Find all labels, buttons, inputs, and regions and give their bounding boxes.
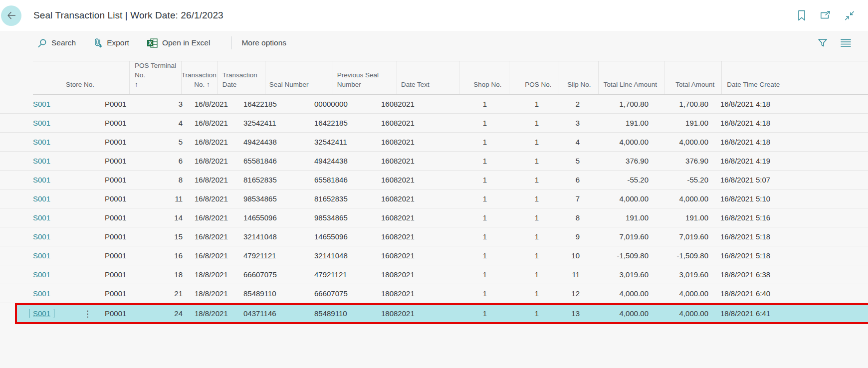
cell-store-no: S001	[0, 138, 100, 146]
store-no-link[interactable]: S001	[33, 251, 50, 260]
cell-slip-no: 6	[546, 176, 587, 184]
store-no-link[interactable]: S001	[33, 176, 50, 184]
cell-transaction-no: 18	[154, 270, 190, 279]
cell-slip-no: 12	[546, 289, 587, 298]
cell-store-no: S001	[0, 119, 100, 127]
export-button[interactable]: Export	[94, 38, 129, 48]
store-no-link[interactable]: S001	[33, 289, 50, 298]
cell-pos-terminal-no: P0001	[100, 194, 154, 203]
cell-store-no: S001	[0, 157, 100, 165]
list-view-icon[interactable]	[840, 37, 851, 48]
open-in-new-window-icon[interactable]	[820, 10, 831, 21]
cell-transaction-no: 5	[154, 138, 190, 146]
column-header-slip-no[interactable]: Slip No.	[559, 61, 599, 94]
store-no-link[interactable]: S001	[33, 138, 50, 146]
back-arrow-icon	[6, 10, 17, 21]
column-header-transaction-no[interactable]: Transaction No. ↑	[182, 61, 217, 94]
open-in-excel-button[interactable]: X Open in Excel	[147, 38, 211, 48]
cell-seal-number: 66607075	[239, 270, 310, 279]
row-context-menu-icon[interactable]: ⋮	[83, 309, 92, 318]
cell-total-amount: -55.20	[655, 176, 715, 184]
store-no-link[interactable]: S001	[33, 270, 50, 279]
cell-slip-no: 8	[546, 213, 587, 222]
cell-pos-terminal-no: P0001	[100, 119, 154, 127]
cell-store-no: S001	[0, 270, 100, 279]
cell-total-line-amount: 4,000.00	[587, 289, 655, 298]
cell-pos-no: 1	[494, 138, 546, 146]
cell-date-text: 18082021	[377, 289, 442, 298]
column-header-previous-seal-number[interactable]: Previous Seal Number	[333, 61, 397, 94]
cell-slip-no: 4	[546, 138, 587, 146]
store-no-link[interactable]: S001	[33, 100, 50, 108]
cell-pos-no: 1	[494, 289, 546, 298]
table-row[interactable]: S001P00011116/8/202198534865816528351608…	[0, 189, 868, 208]
cell-date-text: 16082021	[377, 194, 442, 203]
seal-transaction-list-page: Seal Transaction List | Work Date: 26/1/…	[0, 0, 868, 368]
filter-icon[interactable]	[817, 37, 828, 48]
column-header-pos-terminal-no[interactable]: POS Terminal No.↑	[130, 61, 182, 94]
back-button[interactable]	[1, 5, 21, 26]
table-row[interactable]: S001P00011616/8/202147921121321410481608…	[0, 246, 868, 265]
cell-seal-number: 16422185	[239, 100, 310, 108]
cell-date-text: 16082021	[377, 232, 442, 241]
store-no-link[interactable]: S001	[29, 309, 54, 318]
store-no-link[interactable]: S001	[33, 119, 50, 127]
column-header-seal-number[interactable]: Seal Number	[265, 61, 333, 94]
cell-total-line-amount: 191.00	[587, 119, 655, 127]
cell-transaction-date: 16/8/2021	[190, 251, 239, 260]
cell-previous-seal-number: 00000000	[310, 100, 377, 108]
store-no-link[interactable]: S001	[33, 194, 50, 203]
column-header-transaction-date[interactable]: Transaction Date	[217, 61, 265, 94]
collapse-icon[interactable]	[844, 10, 855, 21]
cell-store-no: S001	[0, 289, 100, 298]
table-row[interactable]: S001P0001616/8/2021655818464942443816082…	[0, 152, 868, 171]
table-row[interactable]: S001P0001416/8/2021325424111642218516082…	[0, 114, 868, 133]
table-row[interactable]: S001P0001316/8/2021164221850000000016082…	[0, 95, 868, 114]
cell-transaction-date: 18/8/2021	[190, 289, 239, 298]
toolbar-separator	[231, 36, 231, 49]
table-row[interactable]: S001P0001516/8/2021494244383254241116082…	[0, 133, 868, 152]
search-button[interactable]: Search	[37, 38, 76, 48]
cell-total-line-amount: -1,509.80	[587, 251, 655, 260]
cell-shop-no: 1	[442, 157, 494, 165]
column-header-pos-no[interactable]: POS No.	[509, 61, 559, 94]
cell-total-amount: 191.00	[655, 119, 715, 127]
export-label: Export	[107, 38, 129, 47]
cell-previous-seal-number: 32141048	[310, 251, 377, 260]
cell-total-line-amount: 4,000.00	[587, 138, 655, 146]
column-header-date-text[interactable]: Date Text	[397, 61, 459, 94]
store-no-link[interactable]: S001	[33, 157, 50, 165]
cell-pos-terminal-no: P0001	[100, 270, 154, 279]
cell-slip-no: 11	[546, 270, 587, 279]
table-row[interactable]: S001P00011416/8/202114655096985348651608…	[0, 208, 868, 227]
cell-seal-number: 47921121	[239, 251, 310, 260]
table-row[interactable]: S001P0001816/8/2021816528356558184616082…	[0, 171, 868, 189]
store-no-link[interactable]: S001	[33, 213, 50, 222]
column-header-store-no[interactable]: Store No.	[33, 61, 130, 94]
cell-total-line-amount: 1,700.80	[587, 100, 655, 108]
column-header-total-line-amount[interactable]: Total Line Amount	[599, 61, 664, 94]
excel-icon: X	[147, 38, 158, 48]
column-header-shop-no[interactable]: Shop No.	[459, 61, 509, 94]
cell-date-time-create: 16/8/2021 5:07	[715, 176, 868, 184]
bookmark-icon[interactable]	[796, 10, 807, 21]
cell-transaction-no: 4	[154, 119, 190, 127]
cell-shop-no: 1	[442, 176, 494, 184]
cell-pos-no: 1	[494, 157, 546, 165]
cell-previous-seal-number: 81652835	[310, 194, 377, 203]
cell-shop-no: 1	[442, 100, 494, 108]
table-header-row: Store No.POS Terminal No.↑Transaction No…	[33, 61, 868, 95]
cell-pos-no: 1	[494, 213, 546, 222]
table-row[interactable]: S001P00011516/8/202132141048146550961608…	[0, 227, 868, 246]
column-header-total-amount[interactable]: Total Amount	[664, 61, 722, 94]
cell-pos-no: 1	[494, 194, 546, 203]
cell-slip-no: 13	[546, 309, 587, 318]
store-no-link[interactable]: S001	[33, 232, 50, 241]
table-row[interactable]: S001⋮P00012418/8/20210437114685489110180…	[0, 303, 868, 324]
table-row[interactable]: S001P00012118/8/202185489110666070751808…	[0, 284, 868, 303]
more-options-button[interactable]: More options	[241, 38, 286, 47]
cell-previous-seal-number: 85489110	[310, 309, 377, 318]
column-header-date-time-create[interactable]: Date Time Create	[722, 61, 868, 94]
cell-date-text: 18082021	[377, 270, 442, 279]
table-row[interactable]: S001P00011818/8/202166607075479211211808…	[0, 265, 868, 284]
